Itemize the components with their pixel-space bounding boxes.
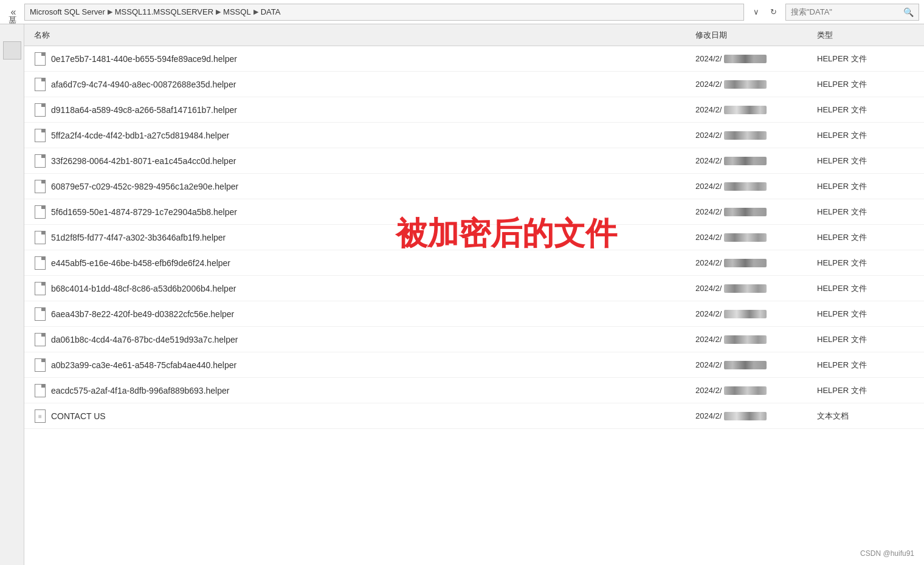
breadcrumb-item[interactable]: MSSQL [223, 7, 251, 16]
file-date: 2024/2/ [695, 360, 817, 369]
breadcrumb[interactable]: Microsoft SQL Server ▶ MSSQL11.MSSQLSERV… [24, 4, 744, 21]
table-row[interactable]: 51d2f8f5-fd77-4f47-a302-3b3646afb1f9.hel… [24, 225, 924, 250]
file-name: da061b8c-4cd4-4a76-87bc-d4e519d93a7c.hel… [51, 335, 695, 344]
helper-file-icon [34, 179, 46, 194]
file-date: 2024/2/ [695, 258, 817, 267]
column-headers: 名称 修改日期 类型 [24, 24, 924, 46]
helper-file-icon [34, 128, 46, 143]
file-name: 33f26298-0064-42b1-8071-ea1c45a4cc0d.hel… [51, 156, 695, 166]
refresh-button[interactable]: ↻ [766, 5, 781, 19]
sidebar-box[interactable] [3, 41, 21, 60]
helper-file-icon [34, 358, 46, 372]
helper-file-icon [34, 332, 46, 347]
file-name: 0e17e5b7-1481-440e-b655-594fe89ace9d.hel… [51, 54, 695, 64]
file-date: 2024/2/ [695, 207, 817, 216]
table-row[interactable]: eacdc575-a2af-4f1a-8dfb-996af889b693.hel… [24, 378, 924, 403]
file-type: HELPER 文件 [817, 385, 914, 396]
helper-file-icon [34, 154, 46, 168]
file-name: d9118a64-a589-49c8-a266-58af147161b7.hel… [51, 105, 695, 115]
breadcrumb-item[interactable]: Microsoft SQL Server [30, 7, 105, 16]
file-type: HELPER 文件 [817, 130, 914, 141]
file-date: 2024/2/ [695, 54, 817, 63]
watermark: CSDN @huifu91 [860, 549, 914, 558]
file-name: 5f6d1659-50e1-4874-8729-1c7e2904a5b8.hel… [51, 207, 695, 217]
breadcrumb-item-current[interactable]: DATA [261, 7, 281, 16]
table-row[interactable]: 33f26298-0064-42b1-8071-ea1c45a4cc0d.hel… [24, 148, 924, 174]
helper-file-icon [34, 281, 46, 296]
file-date: 2024/2/ [695, 309, 817, 318]
helper-file-icon [34, 230, 46, 245]
file-type: HELPER 文件 [817, 232, 914, 243]
file-date: 2024/2/ [695, 335, 817, 344]
file-type: HELPER 文件 [817, 53, 914, 64]
file-date: 2024/2/ [695, 233, 817, 242]
file-date: 2024/2/ [695, 156, 817, 165]
main-container: 置 名称 修改日期 类型 0e17e5b7-1481-440e-b655-594… [0, 24, 924, 565]
file-name: e445abf5-e16e-46be-b458-efb6f9de6f24.hel… [51, 258, 695, 268]
table-row[interactable]: d9118a64-a589-49c8-a266-58af147161b7.hel… [24, 97, 924, 123]
col-header-type[interactable]: 类型 [817, 30, 914, 41]
table-row[interactable]: a0b23a99-ca3e-4e61-a548-75cfab4ae440.hel… [24, 352, 924, 378]
sidebar: 置 [0, 24, 24, 565]
helper-file-icon [34, 77, 46, 92]
breadcrumb-separator: ▶ [216, 8, 221, 16]
file-type: HELPER 文件 [817, 207, 914, 217]
file-type: HELPER 文件 [817, 334, 914, 345]
helper-file-icon [34, 103, 46, 117]
table-row[interactable]: e445abf5-e16e-46be-b458-efb6f9de6f24.hel… [24, 250, 924, 276]
table-row[interactable]: 0e17e5b7-1481-440e-b655-594fe89ace9d.hel… [24, 46, 924, 72]
table-row[interactable]: 60879e57-c029-452c-9829-4956c1a2e90e.hel… [24, 174, 924, 199]
file-name: 51d2f8f5-fd77-4f47-a302-3b3646afb1f9.hel… [51, 233, 695, 242]
file-date: 2024/2/ [695, 182, 817, 191]
table-row[interactable]: 5ff2a2f4-4cde-4f42-bdb1-a27c5d819484.hel… [24, 123, 924, 148]
file-name: afa6d7c9-4c74-4940-a8ec-00872688e35d.hel… [51, 80, 695, 89]
file-date: 2024/2/ [695, 131, 817, 140]
table-row[interactable]: b68c4014-b1dd-48cf-8c86-a53d6b2006b4.hel… [24, 276, 924, 301]
dropdown-button[interactable]: ∨ [749, 5, 764, 19]
file-date: 2024/2/ [695, 80, 817, 89]
file-rows-container: 0e17e5b7-1481-440e-b655-594fe89ace9d.hel… [24, 46, 924, 429]
breadcrumb-item[interactable]: MSSQL11.MSSQLSERVER [115, 7, 213, 16]
table-row[interactable]: da061b8c-4cd4-4a76-87bc-d4e519d93a7c.hel… [24, 327, 924, 352]
file-type: 文本文档 [817, 411, 914, 422]
address-controls: ∨ ↻ [746, 5, 783, 19]
col-header-name[interactable]: 名称 [34, 30, 695, 41]
breadcrumb-separator: ▶ [253, 8, 258, 16]
search-icon: 🔍 [903, 7, 914, 17]
back-button[interactable]: « [5, 4, 22, 21]
helper-file-icon [34, 52, 46, 66]
file-name: 6aea43b7-8e22-420f-be49-d03822cfc56e.hel… [51, 309, 695, 319]
file-type: HELPER 文件 [817, 258, 914, 269]
file-type: HELPER 文件 [817, 283, 914, 294]
file-date: 2024/2/ [695, 284, 817, 293]
search-box[interactable]: 🔍 [785, 4, 919, 21]
helper-file-icon [34, 307, 46, 321]
file-type: HELPER 文件 [817, 104, 914, 115]
table-row[interactable]: CONTACT US2024/2/文本文档 [24, 403, 924, 429]
file-name: a0b23a99-ca3e-4e61-a548-75cfab4ae440.hel… [51, 360, 695, 370]
helper-file-icon [34, 205, 46, 219]
search-input[interactable] [791, 7, 901, 16]
helper-file-icon [34, 256, 46, 270]
file-type: HELPER 文件 [817, 309, 914, 320]
table-row[interactable]: 5f6d1659-50e1-4874-8729-1c7e2904a5b8.hel… [24, 199, 924, 225]
table-row[interactable]: 6aea43b7-8e22-420f-be49-d03822cfc56e.hel… [24, 301, 924, 327]
text-file-icon [34, 409, 46, 423]
file-type: HELPER 文件 [817, 79, 914, 90]
file-name: CONTACT US [51, 411, 695, 421]
file-type: HELPER 文件 [817, 156, 914, 166]
file-date: 2024/2/ [695, 411, 817, 420]
breadcrumb-separator: ▶ [108, 8, 112, 16]
file-list-area: 名称 修改日期 类型 0e17e5b7-1481-440e-b655-594fe… [24, 24, 924, 565]
file-type: HELPER 文件 [817, 181, 914, 192]
file-name: 5ff2a2f4-4cde-4f42-bdb1-a27c5d819484.hel… [51, 131, 695, 140]
address-bar: « Microsoft SQL Server ▶ MSSQL11.MSSQLSE… [0, 0, 924, 24]
file-name: b68c4014-b1dd-48cf-8c86-a53d6b2006b4.hel… [51, 284, 695, 293]
col-header-date[interactable]: 修改日期 [695, 30, 817, 41]
table-row[interactable]: afa6d7c9-4c74-4940-a8ec-00872688e35d.hel… [24, 72, 924, 97]
file-name: eacdc575-a2af-4f1a-8dfb-996af889b693.hel… [51, 386, 695, 396]
file-date: 2024/2/ [695, 386, 817, 395]
file-date: 2024/2/ [695, 105, 817, 114]
file-name: 60879e57-c029-452c-9829-4956c1a2e90e.hel… [51, 182, 695, 191]
helper-file-icon [34, 383, 46, 398]
